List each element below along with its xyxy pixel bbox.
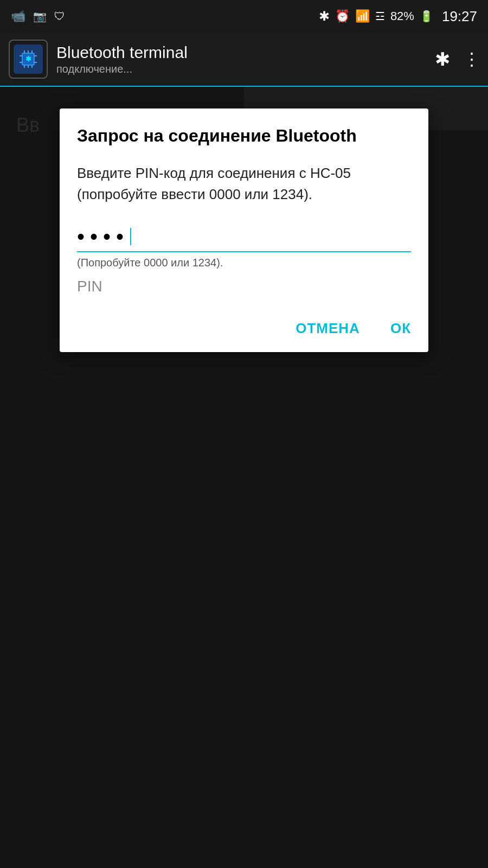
status-bar: 📹 📷 🛡 ✱ ⏰ 📶 ☲ 82% 🔋 19:27 xyxy=(0,0,488,33)
cancel-button[interactable]: ОТМЕНА xyxy=(287,316,369,341)
battery-icon: 🔋 xyxy=(420,10,433,23)
app-bar: ✱ Bluetooth terminal подключение... ✱ ⋮ xyxy=(0,33,488,87)
video-camera-icon: 📹 xyxy=(11,9,25,23)
chip-svg: ✱ xyxy=(17,48,40,71)
time-display: 19:27 xyxy=(442,8,477,25)
shield-icon: 🛡 xyxy=(54,10,65,23)
alarm-icon: ⏰ xyxy=(335,9,350,23)
svg-text:✱: ✱ xyxy=(25,55,31,63)
pin-dots-display[interactable]: •••• xyxy=(77,220,411,252)
app-subtitle: подключение... xyxy=(56,63,435,75)
dialog-buttons: ОТМЕНА ОК xyxy=(60,307,428,352)
pin-cursor xyxy=(130,228,131,245)
app-icon-container: ✱ xyxy=(9,40,48,79)
dialog-partial-text: PIN xyxy=(77,278,411,302)
dialog-body: Запрос на соединение Bluetooth Введите P… xyxy=(60,108,428,307)
bluetooth-pairing-dialog: Запрос на соединение Bluetooth Введите P… xyxy=(60,108,428,352)
app-bar-actions: ✱ ⋮ xyxy=(435,48,479,70)
camera-icon: 📷 xyxy=(33,10,47,23)
pin-input-container[interactable]: •••• xyxy=(77,220,411,252)
circuit-board-icon: ✱ xyxy=(14,44,43,74)
battery-indicator: 82% xyxy=(390,9,414,23)
main-content: Вв Запрос на соединение Bluetooth Введит… xyxy=(0,87,488,868)
status-bar-right-icons: ✱ ⏰ 📶 ☲ 82% 🔋 19:27 xyxy=(319,8,477,25)
dialog-title: Запрос на соединение Bluetooth xyxy=(77,125,411,148)
bluetooth-action-icon[interactable]: ✱ xyxy=(435,48,450,70)
app-title-group: Bluetooth terminal подключение... xyxy=(56,43,435,75)
wifi-icon: 📶 xyxy=(355,9,370,23)
more-options-icon[interactable]: ⋮ xyxy=(463,49,479,69)
dialog-message: Введите PIN-код для соединения с HC-05 (… xyxy=(77,163,411,205)
status-bar-left-icons: 📹 📷 🛡 xyxy=(11,9,65,23)
app-title: Bluetooth terminal xyxy=(56,43,435,62)
ok-button[interactable]: ОК xyxy=(382,316,420,341)
signal-icon: ☲ xyxy=(375,10,385,23)
pin-dots: •••• xyxy=(77,225,129,249)
bluetooth-status-icon: ✱ xyxy=(319,9,330,24)
pin-hint-text: (Попробуйте 0000 или 1234). xyxy=(77,257,411,269)
